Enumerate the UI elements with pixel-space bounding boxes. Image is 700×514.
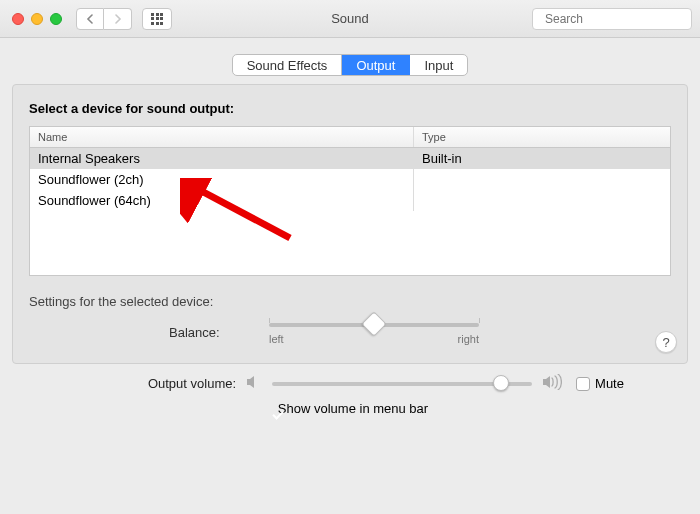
col-header-type[interactable]: Type — [414, 127, 670, 147]
nav-back-forward — [76, 8, 132, 30]
device-type: Built-in — [414, 148, 670, 169]
back-button[interactable] — [76, 8, 104, 30]
sound-tabs: Sound Effects Output Input — [0, 54, 700, 76]
col-header-name[interactable]: Name — [30, 127, 414, 147]
device-type — [414, 190, 670, 211]
grid-icon — [151, 13, 163, 25]
forward-button[interactable] — [104, 8, 132, 30]
speaker-low-icon — [246, 375, 262, 392]
mute-label: Mute — [595, 376, 624, 391]
device-select-heading: Select a device for sound output: — [29, 101, 671, 116]
search-input[interactable] — [543, 11, 697, 27]
checkbox-icon — [576, 377, 590, 391]
tab-input[interactable]: Input — [410, 55, 467, 75]
mute-checkbox[interactable]: Mute — [576, 376, 624, 391]
tab-sound-effects[interactable]: Sound Effects — [233, 55, 343, 75]
balance-left-label: left — [269, 333, 284, 345]
tab-output[interactable]: Output — [342, 55, 410, 75]
help-button[interactable]: ? — [655, 331, 677, 353]
device-name: Soundflower (64ch) — [30, 190, 414, 211]
device-name: Internal Speakers — [30, 148, 414, 169]
output-panel: Select a device for sound output: Name T… — [12, 84, 688, 364]
footer: Output volume: Mute Show volume in menu … — [12, 374, 688, 416]
table-row[interactable]: Soundflower (64ch) — [30, 190, 670, 211]
output-device-table: Name Type Internal Speakers Built-in Sou… — [29, 126, 671, 276]
table-row[interactable]: Soundflower (2ch) — [30, 169, 670, 190]
balance-right-label: right — [458, 333, 479, 345]
device-type — [414, 169, 670, 190]
zoom-window-button[interactable] — [50, 13, 62, 25]
balance-label: Balance: — [169, 325, 220, 340]
balance-slider[interactable] — [269, 323, 479, 327]
search-field[interactable] — [532, 8, 692, 30]
close-window-button[interactable] — [12, 13, 24, 25]
output-volume-label: Output volume: — [76, 376, 236, 391]
show-all-prefs-button[interactable] — [142, 8, 172, 30]
table-header: Name Type — [30, 127, 670, 148]
device-name: Soundflower (2ch) — [30, 169, 414, 190]
minimize-window-button[interactable] — [31, 13, 43, 25]
table-row[interactable]: Internal Speakers Built-in — [30, 148, 670, 169]
volume-knob[interactable] — [493, 375, 509, 391]
selected-device-settings-label: Settings for the selected device: — [29, 294, 671, 309]
speaker-high-icon — [542, 374, 562, 393]
output-volume-slider[interactable] — [272, 382, 532, 386]
show-volume-label: Show volume in menu bar — [278, 401, 428, 416]
window-controls — [12, 13, 62, 25]
balance-control: Balance: left right — [29, 323, 671, 345]
titlebar: Sound — [0, 0, 700, 38]
